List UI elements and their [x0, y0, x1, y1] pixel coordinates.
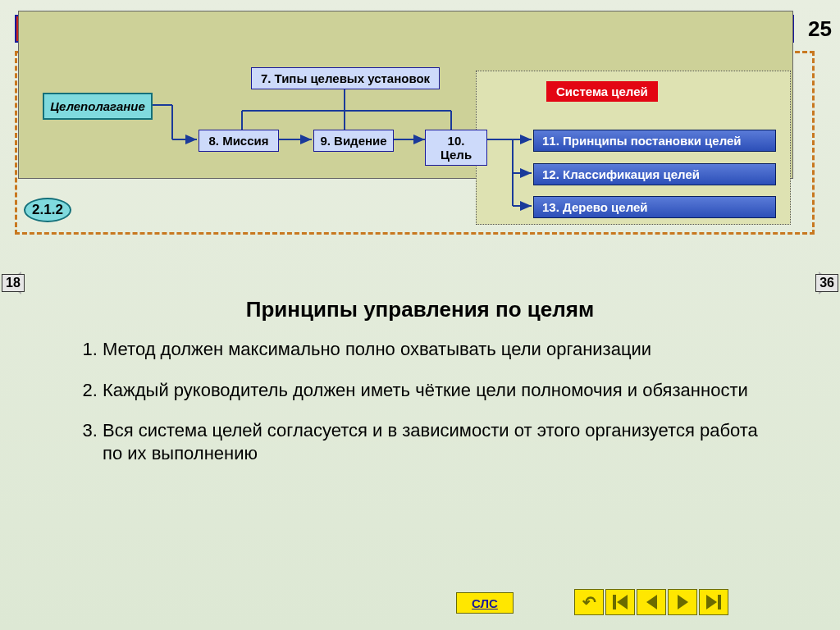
- list-item: Метод должен максимально полно охватыват…: [103, 338, 759, 361]
- page-number: 25: [808, 16, 832, 42]
- node-root[interactable]: Целеполагание: [43, 93, 153, 120]
- forward-icon: [678, 595, 688, 609]
- nav-prev[interactable]: 18: [0, 271, 28, 295]
- node-9[interactable]: 9. Видение: [313, 130, 394, 152]
- sls-button[interactable]: СЛС: [456, 592, 514, 614]
- nav-return-button[interactable]: ↶: [574, 589, 604, 615]
- content-title: Принципы управления по целям: [0, 297, 840, 322]
- nav-last-button[interactable]: [699, 589, 728, 615]
- node-7[interactable]: 7. Типы целевых установок: [251, 67, 440, 89]
- nav-forward-button[interactable]: [668, 589, 697, 615]
- back-icon: [646, 595, 657, 609]
- return-icon: ↶: [582, 592, 596, 612]
- nav-controls: ↶: [574, 589, 728, 615]
- nav-back-button[interactable]: [637, 589, 666, 615]
- content-list: Метод должен максимально полно охватыват…: [78, 338, 759, 482]
- node-12[interactable]: 12. Классификация целей: [533, 163, 776, 185]
- nav-first-button[interactable]: [605, 589, 635, 615]
- node-8[interactable]: 8. Миссия: [199, 130, 279, 152]
- last-icon: [706, 595, 721, 609]
- first-icon: [613, 595, 628, 609]
- goals-system-label: Система целей: [546, 81, 658, 102]
- section-badge[interactable]: 2.1.2: [24, 198, 71, 222]
- next-page-num: 36: [815, 274, 838, 292]
- list-item: Вся система целей согласуется и в зависи…: [103, 419, 759, 464]
- node-10[interactable]: 10. Цель: [425, 130, 487, 166]
- node-11[interactable]: 11. Принципы постановки целей: [533, 130, 776, 152]
- list-item: Каждый руководитель должен иметь чёткие …: [103, 379, 759, 402]
- nav-next[interactable]: 36: [812, 271, 840, 295]
- node-13[interactable]: 13. Дерево целей: [533, 196, 776, 218]
- prev-page-num: 18: [2, 274, 25, 292]
